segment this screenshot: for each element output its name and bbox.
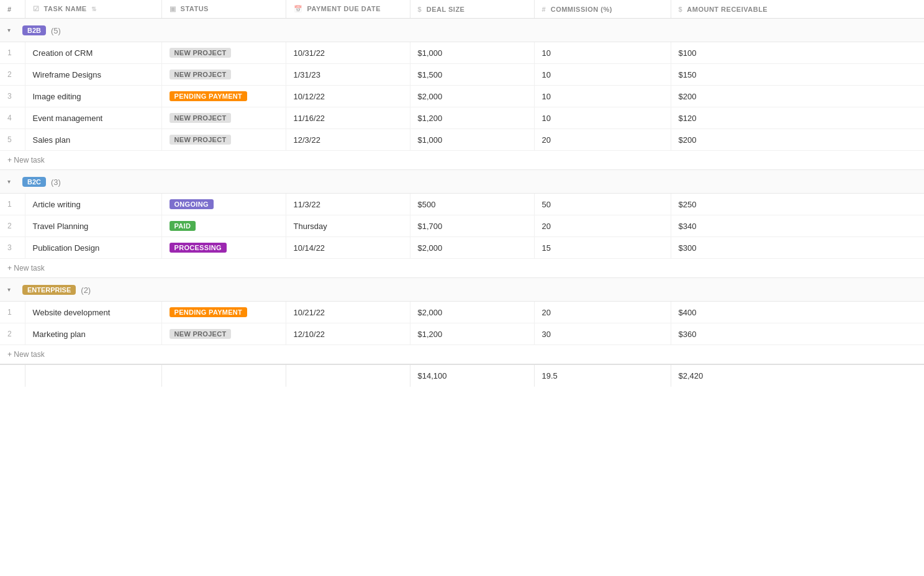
task-commission-b2b-2: 10 [534,86,671,107]
task-status-b2c-2[interactable]: PROCESSING [161,237,286,259]
status-badge-b2b-4: NEW PROJECT [170,135,232,145]
task-date-enterprise-1: 12/10/22 [286,323,410,345]
task-deal-b2c-0: $500 [410,194,534,215]
col-num-label: # [7,6,12,13]
task-status-enterprise-1[interactable]: NEW PROJECT [161,323,286,345]
group-row-b2b[interactable]: ▾ B2B (5) [0,19,924,42]
task-status-b2b-2[interactable]: PENDING PAYMENT [161,86,286,107]
task-status-b2b-1[interactable]: NEW PROJECT [161,64,286,86]
col-task-label: TASK NAME [44,5,87,12]
task-amount-b2b-1: $150 [671,64,924,86]
new-task-label-b2c[interactable]: + New task [0,259,924,278]
task-name-b2b-3[interactable]: Event management [25,107,161,129]
task-num-b2b-3: 4 [0,107,25,129]
task-num-b2c-2: 3 [0,237,25,259]
task-deal-b2b-0: $1,000 [410,42,534,64]
task-status-enterprise-0[interactable]: PENDING PAYMENT [161,302,286,323]
task-name-b2b-0[interactable]: Creation of CRM [25,42,161,64]
table-header: # ☑ TASK NAME ⇅ ▣ STATUS 📅 PAYMENT DUE D… [0,0,924,19]
group-row-b2c[interactable]: ▾ B2C (3) [0,170,924,194]
col-header-task: ☑ TASK NAME ⇅ [25,0,161,19]
task-num-enterprise-1: 2 [0,323,25,345]
commission-icon: # [542,6,546,13]
col-header-num: # [0,0,25,19]
new-task-label-enterprise[interactable]: + New task [0,345,924,365]
table-row: 1 Article writing ONGOING 11/3/22 $500 5… [0,194,924,215]
task-date-b2b-4: 12/3/22 [286,129,410,151]
task-name-b2b-4[interactable]: Sales plan [25,129,161,151]
task-date-b2c-2: 10/14/22 [286,237,410,259]
group-count-b2c: (3) [51,178,61,187]
amount-icon: $ [679,6,683,13]
task-amount-b2c-2: $300 [671,237,924,259]
footer-date [286,364,410,387]
table-row: 4 Event management NEW PROJECT 11/16/22 … [0,107,924,129]
task-status-b2c-0[interactable]: ONGOING [161,194,286,215]
footer-amount: $2,420 [671,364,924,387]
table-row: 2 Wireframe Designs NEW PROJECT 1/31/23 … [0,64,924,86]
chevron-b2b-icon[interactable]: ▾ [7,27,15,34]
table-footer: $14,100 19.5 $2,420 [0,364,924,387]
task-num-b2c-1: 2 [0,215,25,237]
task-deal-b2b-1: $1,500 [410,64,534,86]
chevron-enterprise-icon[interactable]: ▾ [7,286,15,294]
group-header-cell-b2c: ▾ B2C (3) [0,170,924,194]
task-num-b2b-2: 3 [0,86,25,107]
new-task-row-b2c[interactable]: + New task [0,259,924,278]
task-commission-b2b-0: 10 [534,42,671,64]
task-name-b2c-2[interactable]: Publication Design [25,237,161,259]
task-commission-b2b-4: 20 [534,129,671,151]
table-row: 3 Publication Design PROCESSING 10/14/22… [0,237,924,259]
task-commission-enterprise-1: 30 [534,323,671,345]
sort-icon: ⇅ [91,6,97,12]
col-header-date: 📅 PAYMENT DUE DATE [286,0,410,19]
task-date-enterprise-0: 10/21/22 [286,302,410,323]
task-date-b2b-0: 10/31/22 [286,42,410,64]
footer-num [0,364,25,387]
task-commission-b2c-0: 50 [534,194,671,215]
main-table-container: # ☑ TASK NAME ⇅ ▣ STATUS 📅 PAYMENT DUE D… [0,0,924,387]
task-deal-b2b-2: $2,000 [410,86,534,107]
status-badge-b2b-0: NEW PROJECT [170,48,232,58]
task-amount-enterprise-0: $400 [671,302,924,323]
new-task-row-b2b[interactable]: + New task [0,151,924,170]
task-num-enterprise-0: 1 [0,302,25,323]
task-name-b2b-1[interactable]: Wireframe Designs [25,64,161,86]
group-row-enterprise[interactable]: ▾ ENTERPRISE (2) [0,278,924,302]
table-body: ▾ B2B (5) 1 Creation of CRM NEW PROJECT … [0,19,924,365]
chevron-b2c-icon[interactable]: ▾ [7,178,15,186]
group-header-cell-b2b: ▾ B2B (5) [0,19,924,42]
date-icon: 📅 [294,5,303,12]
table-row: 1 Website development PENDING PAYMENT 10… [0,302,924,323]
footer-deal: $14,100 [410,364,534,387]
col-header-commission: # COMMISSION (%) [534,0,671,19]
task-status-b2b-4[interactable]: NEW PROJECT [161,129,286,151]
task-commission-b2b-1: 10 [534,64,671,86]
task-name-b2c-0[interactable]: Article writing [25,194,161,215]
task-name-b2c-1[interactable]: Travel Planning [25,215,161,237]
task-deal-b2c-1: $1,700 [410,215,534,237]
task-status-b2c-1[interactable]: PAID [161,215,286,237]
new-task-label-b2b[interactable]: + New task [0,151,924,170]
new-task-row-enterprise[interactable]: + New task [0,345,924,365]
status-badge-b2c-2: PROCESSING [170,243,227,253]
col-status-label: STATUS [181,5,209,12]
col-date-label: PAYMENT DUE DATE [307,5,381,12]
status-badge-enterprise-1: NEW PROJECT [170,329,232,339]
task-amount-b2b-3: $120 [671,107,924,129]
footer-task [25,364,161,387]
status-badge-b2c-0: ONGOING [170,199,214,209]
task-amount-b2c-1: $340 [671,215,924,237]
task-date-b2b-2: 10/12/22 [286,86,410,107]
task-status-b2b-3[interactable]: NEW PROJECT [161,107,286,129]
status-badge-enterprise-0: PENDING PAYMENT [170,307,248,317]
tasks-table: # ☑ TASK NAME ⇅ ▣ STATUS 📅 PAYMENT DUE D… [0,0,924,387]
col-header-status: ▣ STATUS [161,0,286,19]
task-name-enterprise-0[interactable]: Website development [25,302,161,323]
task-name-b2b-2[interactable]: Image editing [25,86,161,107]
col-deal-label: DEAL SIZE [427,6,465,13]
table-row: 2 Travel Planning PAID Thursday $1,700 2… [0,215,924,237]
task-name-enterprise-1[interactable]: Marketing plan [25,323,161,345]
task-deal-b2c-2: $2,000 [410,237,534,259]
task-status-b2b-0[interactable]: NEW PROJECT [161,42,286,64]
